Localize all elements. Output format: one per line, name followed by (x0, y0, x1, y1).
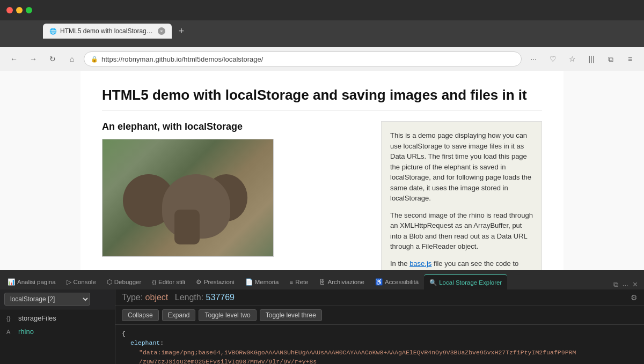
tab-title: HTML5 demo with localStorage and… (60, 27, 155, 35)
close-traffic-light[interactable] (6, 7, 13, 13)
archiviazione-icon: 🗄 (319, 279, 326, 285)
expand-button[interactable]: Expand (162, 309, 196, 321)
content-area: HTML5 demo with localStorage and saving … (0, 71, 644, 270)
security-lock-icon: 🔒 (91, 56, 98, 63)
toggle-level-three-button[interactable]: Toggle level three (260, 309, 322, 321)
page-wrapper: HTML5 demo with localStorage and saving … (80, 71, 564, 270)
sidebar-text-3-pre: In the (390, 259, 409, 268)
devtools-close-button[interactable]: × (633, 280, 638, 289)
menu-button[interactable]: ≡ (623, 51, 638, 66)
base-js-link[interactable]: base.js (409, 259, 431, 268)
refresh-button[interactable]: ↻ (45, 51, 60, 66)
page-title: HTML5 demo with localStorage and saving … (102, 87, 542, 103)
more-button[interactable]: ··· (526, 51, 541, 66)
content-right-sidebar: This is a demo page displaying how you c… (381, 121, 542, 270)
tab-archiviazione[interactable]: 🗄 Archiviazione (314, 274, 370, 289)
collapse-button[interactable]: Collapse (122, 309, 159, 321)
maximize-traffic-light[interactable] (26, 7, 32, 13)
tab-console[interactable]: ▷ Console (61, 274, 101, 289)
list-item[interactable]: {} storageFiles (0, 311, 115, 325)
editor-icon: {} (152, 279, 156, 285)
address-text: https://robnyman.github.io/html5demos/lo… (101, 55, 515, 63)
home-button[interactable]: ⌂ (64, 51, 79, 66)
length-value: 537769 (206, 293, 235, 302)
browser-chrome: 🌐 HTML5 demo with localStorage and… × + (0, 0, 644, 47)
storage-select-row: localStorage [2] (0, 289, 115, 309)
minimize-traffic-light[interactable] (16, 7, 23, 13)
storage-select[interactable]: localStorage [2] (4, 293, 90, 306)
forward-button[interactable]: → (26, 51, 41, 66)
title-bar (0, 0, 644, 20)
length-label: Length: (175, 293, 203, 302)
sidebar-para-1: This is a demo page displaying how you c… (390, 130, 533, 204)
bookmark-button[interactable]: ♡ (545, 51, 560, 66)
page-content: An elephant, with localStorage This is a… (102, 121, 542, 270)
json-elephant-value-1: "data:image/png;base64,iVBORw0KGgoAAAANS… (122, 348, 638, 357)
json-elephant-key: elephant: (122, 338, 638, 347)
tab-prestazioni[interactable]: ⚙ Prestazioni (191, 274, 240, 289)
storage-right-header: Type: object Length: 537769 ⚙ (115, 289, 644, 306)
active-tab[interactable]: 🌐 HTML5 demo with localStorage and… × (43, 24, 172, 39)
accessibilita-icon: ♿ (375, 278, 383, 286)
storage-left-panel: localStorage [2] {} storageFiles A rhino… (0, 289, 115, 364)
tab-favicon: 🌐 (49, 28, 57, 35)
storage-item-name-rhino: rhino (18, 328, 34, 336)
library-button[interactable]: ||| (584, 51, 599, 66)
list-item[interactable]: A rhino (0, 325, 115, 338)
devtools-tab-bar: 📊 Analisi pagina ▷ Console ⬡ Debugger {}… (0, 270, 644, 289)
json-brace-open: { (122, 329, 638, 338)
elephant-trunk (174, 210, 200, 244)
tab-manager-button[interactable]: ⧉ (603, 51, 618, 66)
traffic-lights (6, 7, 32, 13)
storage-right-panel: Type: object Length: 537769 ⚙ Collapse E… (115, 289, 644, 364)
tab-debugger[interactable]: ⬡ Debugger (101, 274, 147, 289)
tab-local-storage-label: Local Storage Explorer (439, 279, 502, 286)
sidebar-para-2: The second image of the rhino is read th… (390, 210, 533, 252)
storage-action-buttons: Collapse Expand Toggle level two Toggle … (115, 306, 644, 325)
storage-content: { elephant: "data:image/png;base64,iVBOR… (115, 325, 644, 364)
tab-local-storage-explorer[interactable]: 🔍 Local Storage Explorer (424, 274, 507, 289)
type-label: Type: (122, 293, 143, 302)
rete-icon: ≡ (290, 279, 294, 285)
elephant-image (102, 139, 274, 257)
settings-gear-icon[interactable]: ⚙ (631, 293, 638, 302)
nav-bar: ← → ↻ ⌂ 🔒 https://robnyman.github.io/htm… (0, 47, 644, 71)
section-heading: An elephant, with localStorage (102, 121, 365, 132)
tab-memoria[interactable]: 📄 Memoria (240, 274, 284, 289)
devtools-panel: 📊 Analisi pagina ▷ Console ⬡ Debugger {}… (0, 270, 644, 364)
tab-editor-stili[interactable]: {} Editor stili (147, 274, 191, 289)
star-button[interactable]: ☆ (565, 51, 580, 66)
analisi-icon: 📊 (8, 278, 15, 286)
back-button[interactable]: ← (6, 51, 21, 66)
devtools-body: localStorage [2] {} storageFiles A rhino… (0, 289, 644, 364)
item-icon-rhino: A (6, 329, 15, 335)
sidebar-para-3: In the base.js file you can see the code… (390, 258, 533, 271)
type-value: object (145, 293, 169, 302)
content-left: An elephant, with localStorage (102, 121, 365, 270)
tab-analisi-pagina[interactable]: 📊 Analisi pagina (2, 274, 61, 289)
elephant-placeholder (103, 139, 273, 256)
new-tab-button[interactable]: + (174, 24, 189, 39)
tab-accessibilita[interactable]: ♿ Accessibilità (370, 274, 424, 289)
console-icon: ▷ (67, 278, 71, 286)
type-info: Type: object Length: 537769 (122, 293, 235, 302)
tab-rete[interactable]: ≡ Rete (284, 274, 314, 289)
devtools-more-button[interactable]: ··· (623, 281, 628, 289)
item-icon-storagefiles: {} (6, 315, 15, 322)
tab-close-button[interactable]: × (158, 27, 165, 35)
storage-explorer-icon: 🔍 (429, 279, 437, 286)
dock-button[interactable]: ⧉ (613, 280, 618, 289)
address-bar[interactable]: 🔒 https://robnyman.github.io/html5demos/… (84, 51, 522, 66)
toggle-level-two-button[interactable]: Toggle level two (199, 309, 256, 321)
debugger-icon: ⬡ (107, 278, 112, 286)
memoria-icon: 📄 (245, 278, 253, 286)
page-divider (102, 110, 542, 110)
storage-item-name-storagefiles: storageFiles (18, 314, 56, 322)
json-elephant-value-2: /zuw7czJSiqu2emO25EFysilVIq987MnWv/9lr/9… (122, 357, 638, 364)
storage-items-list: {} storageFiles A rhino (0, 309, 115, 364)
prestazioni-icon: ⚙ (196, 278, 202, 286)
